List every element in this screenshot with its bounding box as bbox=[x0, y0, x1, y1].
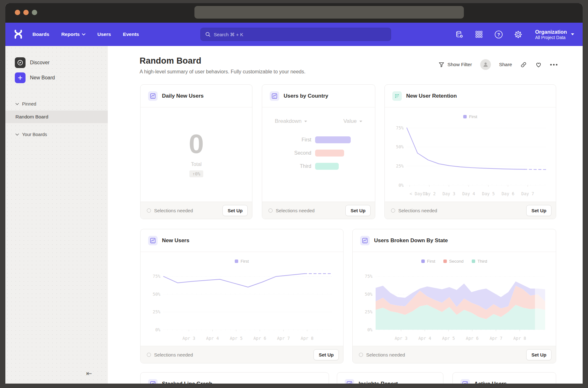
status-circle-icon bbox=[147, 353, 151, 357]
legend-item[interactable]: First bbox=[235, 259, 249, 264]
chevron-down-icon bbox=[82, 33, 85, 36]
card-insights-report: Insights Report bbox=[337, 372, 443, 384]
window-control-close[interactable] bbox=[15, 10, 20, 15]
svg-text:Day 7: Day 7 bbox=[521, 191, 534, 196]
value-dropdown[interactable]: Value bbox=[343, 118, 362, 124]
bar[interactable] bbox=[315, 136, 351, 143]
share-button[interactable]: Share bbox=[499, 62, 512, 67]
org-switcher[interactable]: Organization All Project Data bbox=[535, 29, 574, 40]
chart-legend: First bbox=[141, 252, 343, 264]
card-title: Users by Country bbox=[284, 93, 328, 99]
nav-link-users[interactable]: Users bbox=[97, 31, 111, 37]
url-bar[interactable] bbox=[194, 6, 464, 19]
sidebar-item-discover[interactable]: Discover bbox=[5, 57, 108, 68]
legend-item[interactable]: First bbox=[463, 114, 477, 119]
card-new-users: New Users First 75%50%25%0%Apr 3Apr 4Apr… bbox=[140, 229, 343, 363]
bar-label: First bbox=[262, 137, 315, 143]
set-up-button[interactable]: Set Up bbox=[526, 205, 551, 216]
window-control-zoom[interactable] bbox=[32, 10, 37, 15]
svg-text:Apr 4: Apr 4 bbox=[418, 336, 431, 341]
data-management-icon[interactable] bbox=[455, 30, 464, 39]
delta-badge: ↑0% bbox=[189, 170, 203, 177]
sidebar-label: New Board bbox=[30, 75, 55, 81]
nav-link-boards[interactable]: Boards bbox=[32, 31, 49, 37]
sidebar: Discover New Board Pinned Random Board Y… bbox=[5, 46, 108, 384]
set-up-button[interactable]: Set Up bbox=[222, 205, 248, 216]
metric-body[interactable]: 0 Total ↑0% bbox=[141, 107, 252, 202]
svg-text:Apr 7: Apr 7 bbox=[277, 336, 290, 341]
card-title: Users Broken Down By State bbox=[374, 237, 448, 244]
svg-text:25%: 25% bbox=[396, 163, 404, 168]
sidebar-item-new-board[interactable]: New Board bbox=[5, 72, 108, 83]
search-bar[interactable] bbox=[200, 28, 391, 41]
bar[interactable] bbox=[315, 150, 344, 157]
set-up-button[interactable]: Set Up bbox=[314, 349, 339, 360]
section-label: Pinned bbox=[22, 101, 36, 106]
compass-icon bbox=[15, 57, 26, 68]
svg-text:Day 6: Day 6 bbox=[502, 191, 515, 196]
status-text: Selections needed bbox=[154, 352, 193, 357]
board-name: Random Board bbox=[15, 114, 48, 120]
nav-link-reports[interactable]: Reports bbox=[61, 31, 85, 37]
collapse-sidebar-icon[interactable]: ⇤ bbox=[86, 369, 92, 377]
status-text: Selections needed bbox=[276, 208, 314, 213]
retention-chart[interactable]: First 75%50%25%0%< Day 1Day 2Day 3Day 4D… bbox=[385, 107, 556, 202]
svg-text:Apr 3: Apr 3 bbox=[395, 336, 407, 341]
page-subtitle: A high-level summary of user behaviors. … bbox=[140, 69, 305, 75]
line-chart-icon bbox=[270, 91, 279, 101]
svg-text:75%: 75% bbox=[396, 125, 404, 130]
set-up-button[interactable]: Set Up bbox=[526, 349, 551, 360]
bar-row: Second bbox=[262, 150, 375, 157]
avatar[interactable] bbox=[480, 59, 491, 70]
sidebar-section-your-boards[interactable]: Your Boards bbox=[5, 131, 108, 138]
copy-link-icon[interactable] bbox=[520, 61, 527, 68]
stacked-area-chart[interactable]: FirstSecondThird 75%50%25%0%Apr 3Apr 4Ap… bbox=[353, 252, 556, 346]
svg-text:25%: 25% bbox=[365, 309, 372, 314]
card-title: New User Retention bbox=[406, 93, 457, 99]
legend-item[interactable]: Third bbox=[472, 259, 487, 264]
svg-text:Day 4: Day 4 bbox=[462, 191, 475, 196]
svg-text:Apr 3: Apr 3 bbox=[182, 336, 195, 341]
set-up-button[interactable]: Set Up bbox=[345, 205, 371, 216]
search-input[interactable] bbox=[214, 32, 386, 37]
favorite-heart-icon[interactable] bbox=[535, 61, 542, 68]
card-daily-new-users: Daily New Users 0 Total ↑0% Selections n… bbox=[140, 84, 252, 219]
settings-gear-icon[interactable] bbox=[514, 30, 522, 39]
new-users-chart[interactable]: First 75%50%25%0%Apr 3Apr 4Apr 5Apr 6Apr… bbox=[141, 252, 343, 346]
person-icon bbox=[482, 61, 489, 68]
card-stacked-line-graph: Stacked Line Graph bbox=[140, 372, 329, 384]
horizontal-bar-chart[interactable]: FirstSecondThird bbox=[262, 136, 375, 170]
svg-text:Apr 5: Apr 5 bbox=[442, 336, 455, 341]
bar[interactable] bbox=[315, 163, 339, 170]
help-icon[interactable]: ? bbox=[494, 30, 503, 39]
mixpanel-logo-icon[interactable] bbox=[14, 30, 23, 39]
apps-grid-icon[interactable] bbox=[475, 30, 483, 39]
chart-legend: FirstSecondThird bbox=[353, 252, 556, 264]
breakdown-dropdown[interactable]: Breakdown bbox=[275, 118, 307, 124]
org-name: Organization bbox=[535, 29, 567, 35]
card-title: Stacked Line Graph bbox=[162, 381, 212, 384]
bar-label: Third bbox=[262, 163, 315, 169]
card-users-by-state: Users Broken Down By State FirstSecondTh… bbox=[352, 229, 556, 363]
show-filter-button[interactable]: Show Filter bbox=[439, 62, 472, 67]
section-label: Your Boards bbox=[22, 132, 47, 137]
chevron-down-icon bbox=[15, 103, 19, 105]
status-text: Selections needed bbox=[366, 352, 405, 357]
card-title: Daily New Users bbox=[162, 93, 204, 99]
nav-link-events[interactable]: Events bbox=[123, 31, 139, 37]
funnel-icon bbox=[439, 62, 444, 67]
svg-text:Day 5: Day 5 bbox=[482, 191, 495, 196]
legend-item[interactable]: First bbox=[421, 259, 435, 264]
navbar-right: ? Organization All P bbox=[455, 29, 574, 40]
search-icon bbox=[205, 31, 210, 37]
window-control-minimize[interactable] bbox=[23, 10, 29, 15]
svg-text:Apr 5: Apr 5 bbox=[230, 336, 243, 341]
card-users-by-country: Users by Country Breakdown Value FirstSe… bbox=[262, 84, 375, 219]
legend-item[interactable]: Second bbox=[443, 259, 464, 264]
chart-legend: First bbox=[385, 107, 556, 119]
svg-text:50%: 50% bbox=[365, 292, 372, 297]
line-chart-icon bbox=[460, 379, 470, 384]
more-options-icon[interactable] bbox=[550, 64, 557, 66]
sidebar-board-random-board[interactable]: Random Board bbox=[5, 111, 108, 123]
sidebar-section-pinned[interactable]: Pinned bbox=[5, 100, 108, 108]
